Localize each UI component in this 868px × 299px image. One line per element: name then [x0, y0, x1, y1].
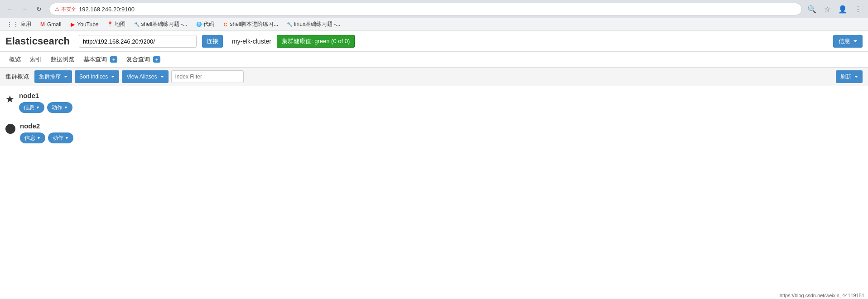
- complex-query-badge[interactable]: +: [153, 56, 160, 63]
- es-logo: Elasticsearch: [5, 35, 70, 47]
- node1-info-label: 信息: [24, 104, 34, 112]
- linux-label: linux基础练习题 -...: [294, 20, 340, 28]
- browser-chrome: ← → ↻ ⚠ 不安全 192.168.246.20:9100 🔍 ☆ 👤 ⋮ …: [0, 0, 868, 31]
- index-filter-input[interactable]: [171, 70, 244, 83]
- bookmark-star-icon[interactable]: ☆: [821, 3, 834, 15]
- node1-action-caret-icon: ▼: [64, 105, 68, 110]
- nav-overview[interactable]: 概览: [5, 54, 24, 65]
- bookmark-maps[interactable]: 📍 地图: [104, 20, 128, 29]
- health-badge: 集群健康值: green (0 of 0): [277, 35, 355, 48]
- youtube-icon: ▶: [69, 21, 76, 28]
- nav-buttons: ← → ↻: [4, 3, 45, 15]
- view-aliases-button[interactable]: View Aliases: [122, 70, 168, 83]
- profile-icon[interactable]: 👤: [836, 3, 849, 15]
- node2-info-label: 信息: [24, 134, 35, 142]
- shell2-label: shell脚本进阶练习...: [230, 20, 279, 28]
- bookmark-shell1[interactable]: 🔧 shell基础练习题 -...: [131, 20, 190, 29]
- bookmark-apps[interactable]: ⋮⋮ 应用: [4, 20, 34, 29]
- bookmark-gmail[interactable]: M Gmail: [37, 20, 64, 29]
- node1-name: node1: [19, 92, 72, 99]
- browser-actions: 🔍 ☆ 👤 ⋮: [805, 3, 864, 15]
- nodes-container: ★ node1 信息 ▼ 动作 ▼ node2: [0, 86, 868, 158]
- gmail-label: Gmail: [47, 21, 61, 28]
- node2-name: node2: [20, 122, 73, 130]
- cluster-sort-button[interactable]: 集群排序: [34, 70, 72, 83]
- cluster-sort-caret-icon: [64, 76, 68, 78]
- connect-button[interactable]: 连接: [202, 35, 223, 48]
- bookmark-youtube[interactable]: ▶ YouTube: [67, 20, 101, 29]
- app-content: Elasticsearch 连接 my-elk-cluster 集群健康值: g…: [0, 31, 868, 299]
- nav-complex-query[interactable]: 复合查询 +: [123, 54, 164, 65]
- view-aliases-label: View Aliases: [126, 74, 157, 80]
- back-button[interactable]: ←: [4, 3, 16, 15]
- shell1-label: shell基础练习题 -...: [141, 20, 188, 28]
- bookmark-shell2[interactable]: C shell脚本进阶练习...: [220, 20, 281, 29]
- code-label: 代码: [203, 20, 214, 28]
- nav-indices[interactable]: 索引: [26, 54, 45, 65]
- bookmark-linux[interactable]: 🔧 linux基础练习题 -...: [284, 20, 343, 29]
- node2-actions: 信息 ▼ 动作 ▼: [20, 132, 73, 143]
- gmail-icon: M: [39, 21, 46, 28]
- node1-info-button[interactable]: 信息 ▼: [19, 102, 44, 113]
- forward-button[interactable]: →: [18, 3, 31, 15]
- refresh-label: 刷新: [840, 73, 851, 81]
- cluster-name: my-elk-cluster: [232, 38, 271, 45]
- shell2-icon: C: [222, 21, 229, 28]
- view-aliases-caret-icon: [160, 76, 164, 78]
- refresh-button[interactable]: 刷新: [836, 70, 863, 83]
- info-caret-icon: [854, 40, 857, 42]
- node2-info-button[interactable]: 信息 ▼: [20, 132, 45, 143]
- es-header: Elasticsearch 连接 my-elk-cluster 集群健康值: g…: [0, 31, 868, 52]
- code-icon: 🌐: [196, 21, 202, 28]
- status-bar: https://blog.csdn.net/weixin_44119151: [776, 292, 868, 299]
- node-row-node1: ★ node1 信息 ▼ 动作 ▼: [5, 92, 863, 113]
- security-warning-icon: ⚠ 不安全: [55, 6, 76, 13]
- nav-data-browser[interactable]: 数据浏览: [47, 54, 78, 65]
- maps-icon: 📍: [107, 21, 113, 28]
- linux-icon: 🔧: [286, 21, 293, 28]
- refresh-caret-icon: [854, 76, 858, 78]
- apps-label: 应用: [20, 20, 31, 28]
- node-row-node2: node2 信息 ▼ 动作 ▼: [5, 122, 863, 143]
- browser-titlebar: ← → ↻ ⚠ 不安全 192.168.246.20:9100 🔍 ☆ 👤 ⋮: [0, 0, 868, 18]
- node2-action-label: 动作: [53, 134, 63, 142]
- node2-action-button[interactable]: 动作 ▼: [48, 132, 73, 143]
- es-nav: 概览 索引 数据浏览 基本查询 + 复合查询 +: [0, 52, 868, 68]
- refresh-button[interactable]: ↻: [33, 3, 45, 15]
- es-url-input[interactable]: [79, 35, 197, 48]
- node2-info: node2 信息 ▼ 动作 ▼: [20, 122, 73, 143]
- node1-action-label: 动作: [52, 104, 63, 112]
- youtube-label: YouTube: [77, 21, 98, 28]
- info-label: 信息: [839, 37, 850, 45]
- address-text: 192.168.246.20:9100: [79, 6, 796, 13]
- sort-indices-label: Sort Indices: [79, 74, 108, 80]
- nav-basic-query[interactable]: 基本查询 +: [80, 54, 121, 65]
- node1-action-button[interactable]: 动作 ▼: [47, 102, 72, 113]
- node1-star-icon: ★: [5, 93, 14, 105]
- node2-action-caret-icon: ▼: [65, 136, 69, 140]
- shell1-icon: 🔧: [134, 21, 140, 28]
- toolbar-title: 集群概览: [5, 73, 29, 81]
- status-url: https://blog.csdn.net/weixin_44119151: [780, 293, 864, 298]
- es-toolbar: 集群概览 集群排序 Sort Indices View Aliases 刷新: [0, 68, 868, 86]
- sort-indices-button[interactable]: Sort Indices: [75, 70, 119, 83]
- address-bar[interactable]: ⚠ 不安全 192.168.246.20:9100: [49, 3, 802, 15]
- bookmark-code[interactable]: 🌐 代码: [193, 20, 217, 29]
- menu-icon[interactable]: ⋮: [852, 3, 864, 15]
- search-icon[interactable]: 🔍: [805, 3, 818, 15]
- sort-indices-caret-icon: [111, 76, 115, 78]
- node2-info-caret-icon: ▼: [37, 136, 41, 140]
- node1-actions: 信息 ▼ 动作 ▼: [19, 102, 72, 113]
- node2-circle-icon: [5, 124, 15, 134]
- bookmarks-bar: ⋮⋮ 应用 M Gmail ▶ YouTube 📍 地图 🔧 shell基础练习…: [0, 18, 868, 31]
- maps-label: 地图: [115, 20, 125, 28]
- node1-info-caret-icon: ▼: [36, 105, 40, 110]
- info-button[interactable]: 信息: [833, 35, 863, 48]
- node1-info: node1 信息 ▼ 动作 ▼: [19, 92, 72, 113]
- cluster-sort-label: 集群排序: [39, 73, 61, 81]
- basic-query-badge[interactable]: +: [110, 56, 117, 63]
- apps-grid-icon: ⋮⋮: [6, 21, 19, 28]
